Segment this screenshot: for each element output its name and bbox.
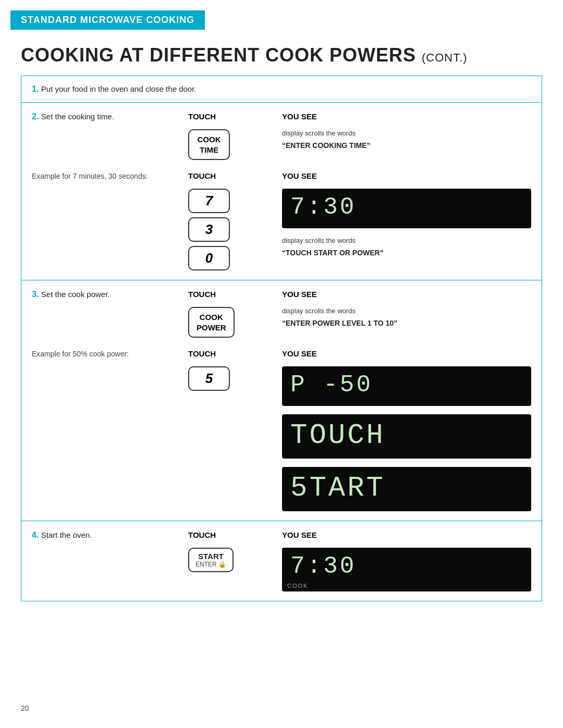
- lcd-touch-display: TOUCH: [282, 414, 531, 459]
- step4-touch-label: TOUCH: [188, 530, 216, 539]
- step2-see2-scroll: display scrolls the words: [282, 237, 531, 244]
- lcd-start-display: 5TART: [282, 467, 531, 511]
- cont-label: (Cont.): [422, 51, 468, 64]
- step3-see-label: YOU SEE: [282, 290, 531, 299]
- lcd-cook-label: COOK: [287, 583, 308, 589]
- step4-left: 4. Start the oven.: [32, 530, 188, 540]
- step2-example-row: Example for 7 minutes, 30 seconds: TOUCH…: [32, 171, 531, 270]
- step2-see-scroll: display scrolls the words: [282, 129, 531, 137]
- btn-7[interactable]: 7: [188, 189, 230, 213]
- header-bar: STANDARD MICROWAVE COOKING: [10, 10, 205, 30]
- step3-see-scroll: display scrolls the words: [282, 307, 531, 315]
- step3-row: 3. Set the cook power. TOUCH COOK POWER …: [21, 280, 542, 521]
- step2-touch-label: TOUCH: [188, 112, 216, 121]
- step4-see-col: YOU SEE 7:30 COOK: [282, 530, 531, 591]
- step3-see-col: YOU SEE display scrolls the words “ENTER…: [282, 290, 531, 327]
- step2-see2-label: YOU SEE: [282, 171, 531, 180]
- btn-3[interactable]: 3: [188, 217, 230, 242]
- step3-touch-col: TOUCH COOK POWER: [188, 290, 282, 338]
- step1-number: 1.: [32, 84, 39, 93]
- step3-number: 3.: [32, 290, 39, 299]
- step3-touch2-label: TOUCH: [188, 349, 216, 358]
- step2-see2-quote: “TOUCH START OR POWER”: [282, 249, 531, 257]
- step2-touch2-label: TOUCH: [188, 171, 216, 180]
- step2-touch-col: TOUCH COOK TIME: [188, 112, 282, 160]
- step2-example-text: Example for 7 minutes, 30 seconds:: [32, 172, 148, 180]
- step2-see-label: YOU SEE: [282, 112, 531, 121]
- step1-row: 1. Put your food in the oven and close t…: [21, 76, 542, 103]
- lcd-730-text: 7:30: [290, 194, 523, 221]
- step4-see-label: YOU SEE: [282, 530, 531, 539]
- lcd-touch-text: TOUCH: [290, 419, 523, 451]
- step3-example-row: Example for 50% cook power: TOUCH 5 YOU …: [32, 349, 531, 511]
- step4-row: 4. Start the oven. TOUCH START ENTER 🔒 Y…: [21, 521, 542, 601]
- step4-touch-col: TOUCH START ENTER 🔒: [188, 530, 282, 572]
- step2-left: 2. Set the cooking time.: [32, 112, 188, 121]
- step3-see-quote: “ENTER POWER LEVEL 1 TO 10”: [282, 319, 531, 327]
- step2-example-left: Example for 7 minutes, 30 seconds:: [32, 171, 188, 181]
- main-title: Cooking at Different Cook Powers (Cont.): [21, 44, 542, 66]
- step2-see-quote: “ENTER COOKING TIME”: [282, 141, 531, 150]
- step2-text: Set the cooking time.: [41, 112, 114, 121]
- page-number: 20: [21, 704, 29, 712]
- step2-number: 2.: [32, 112, 39, 121]
- step2-touch2-col: TOUCH 7 3 0: [188, 171, 282, 270]
- step3-text: Set the cook power.: [41, 290, 110, 299]
- step4-number: 4.: [32, 530, 39, 539]
- lcd-step4-text: 7:30: [290, 553, 523, 580]
- start-enter-button[interactable]: START ENTER 🔒: [188, 548, 234, 572]
- step1-text: Put your food in the oven and close the …: [41, 84, 197, 93]
- step3-touch2-col: TOUCH 5: [188, 349, 282, 391]
- content-box: 1. Put your food in the oven and close t…: [21, 76, 542, 601]
- step2-see2-col: YOU SEE 7:30 display scrolls the words “…: [282, 171, 531, 257]
- step3-left: 3. Set the cook power.: [32, 290, 188, 299]
- step3-touch-label: TOUCH: [188, 290, 216, 299]
- step4-text: Start the oven.: [41, 530, 92, 539]
- lcd-step4-display: 7:30 COOK: [282, 548, 531, 591]
- lcd-730-display: 7:30: [282, 189, 531, 228]
- lcd-start-text: 5TART: [290, 472, 523, 504]
- lcd-p50-display: P -50: [282, 366, 531, 406]
- step3-see2-col: YOU SEE P -50 TOUCH 5TART: [282, 349, 531, 511]
- lcd-p50-text: P -50: [290, 372, 523, 399]
- step2-row: 2. Set the cooking time. TOUCH COOK TIME…: [21, 103, 542, 280]
- btn-5[interactable]: 5: [188, 366, 230, 391]
- step3-see2-label: YOU SEE: [282, 349, 531, 358]
- btn-0[interactable]: 0: [188, 246, 230, 270]
- header-title: STANDARD MICROWAVE COOKING: [21, 15, 194, 25]
- step2-see-col: YOU SEE display scrolls the words “ENTER…: [282, 112, 531, 150]
- step3-example-text: Example for 50% cook power:: [32, 350, 129, 358]
- cook-power-button[interactable]: COOK POWER: [188, 307, 235, 338]
- cook-time-button[interactable]: COOK TIME: [188, 129, 230, 160]
- step3-example-left: Example for 50% cook power:: [32, 349, 188, 359]
